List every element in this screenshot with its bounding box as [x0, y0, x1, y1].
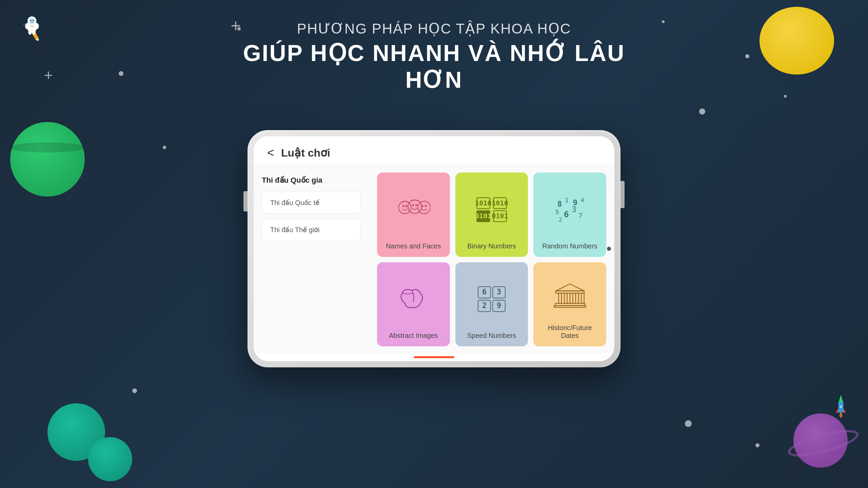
main-layout: Thi đấu Quốc gia Thi đấu Quốc tế Thi đấu… — [254, 166, 614, 353]
sidebar-section-title: Thi đấu Quốc gia — [262, 176, 361, 185]
svg-point-28 — [418, 201, 431, 214]
svg-point-29 — [421, 205, 423, 207]
svg-rect-59 — [564, 293, 567, 303]
svg-marker-18 — [836, 408, 839, 413]
names-faces-icon — [384, 179, 443, 240]
dot-decoration — [132, 388, 137, 393]
svg-rect-58 — [558, 293, 561, 303]
svg-point-27 — [416, 204, 418, 206]
svg-point-7 — [29, 18, 35, 24]
svg-text:7: 7 — [578, 211, 583, 220]
dot-decoration — [699, 108, 705, 115]
svg-point-8 — [30, 20, 31, 21]
svg-text:1010: 1010 — [492, 199, 508, 207]
svg-text:6: 6 — [482, 287, 487, 296]
svg-point-26 — [412, 204, 414, 206]
planet-teal2 — [88, 437, 132, 481]
svg-text:2: 2 — [558, 217, 562, 223]
svg-rect-61 — [575, 293, 578, 303]
planet-green — [10, 122, 85, 197]
svg-point-11 — [35, 23, 39, 29]
svg-point-12 — [28, 29, 32, 35]
svg-point-23 — [402, 205, 405, 207]
dot-decoration — [685, 420, 692, 427]
topbar-title: Luật chơi — [281, 146, 330, 159]
svg-text:8: 8 — [557, 199, 562, 208]
svg-rect-14 — [30, 25, 34, 27]
dot-decoration — [745, 54, 749, 58]
card-random-numbers[interactable]: 8 1 9 4 5 6 3 2 7 — [533, 172, 606, 257]
svg-text:1010: 1010 — [475, 199, 491, 207]
screen-content: < Luật chơi Thi đấu Quốc gia Thi đấu Quố… — [254, 136, 614, 361]
svg-point-24 — [406, 205, 408, 207]
topbar: < Luật chơi — [254, 136, 614, 166]
phone-mockup: < Luật chơi Thi đấu Quốc gia Thi đấu Quố… — [248, 130, 620, 367]
header-section: PHƯƠNG PHÁP HỌC TẬP KHOA HỌC GIÚP HỌC NH… — [217, 20, 651, 93]
card-speed-numbers-label: Speed Numbers — [467, 332, 516, 340]
dot-decoration — [662, 20, 665, 23]
sidebar-item-quocte[interactable]: Thi đấu Quốc tế — [262, 191, 361, 214]
card-speed-numbers[interactable]: 6 3 2 9 Speed Numbers — [455, 262, 528, 347]
card-abstract-images[interactable]: Abstract Images — [377, 262, 450, 347]
rocket-decoration — [824, 393, 851, 447]
planet-yellow — [760, 7, 834, 75]
svg-text:+: + — [23, 23, 25, 26]
svg-text:9: 9 — [497, 301, 501, 310]
card-random-numbers-label: Random Numbers — [542, 242, 597, 250]
dot-decoration — [755, 443, 760, 447]
phone-outer: < Luật chơi Thi đấu Quốc gia Thi đấu Quố… — [248, 130, 620, 367]
svg-text:3: 3 — [497, 287, 501, 296]
historic-dates-icon — [540, 269, 599, 322]
back-button[interactable]: < — [267, 146, 274, 160]
card-binary-numbers-label: Binary Numbers — [467, 242, 516, 250]
svg-text:2: 2 — [482, 301, 487, 310]
card-names-faces[interactable]: Names and Faces — [377, 172, 450, 257]
svg-marker-16 — [839, 395, 844, 403]
card-abstract-images-label: Abstract Images — [389, 332, 438, 340]
svg-text:3: 3 — [572, 205, 576, 214]
svg-marker-19 — [844, 408, 846, 413]
svg-text:5: 5 — [555, 208, 559, 216]
binary-numbers-icon: 1010 1010 0101 0101 — [462, 179, 521, 240]
dot-decoration — [119, 71, 123, 76]
sidebar-item-thegioi[interactable]: Thi đấu Thế giới — [262, 219, 361, 241]
speed-numbers-icon: 6 3 2 9 — [462, 269, 521, 329]
random-numbers-icon: 8 1 9 4 5 6 3 2 7 — [540, 179, 599, 240]
phone-camera — [607, 247, 611, 251]
abstract-images-icon — [384, 269, 443, 329]
svg-marker-56 — [556, 284, 584, 291]
svg-point-21 — [840, 413, 842, 418]
sidebar: Thi đấu Quốc gia Thi đấu Quốc tế Thi đấu… — [254, 166, 369, 353]
dot-decoration — [784, 95, 787, 98]
card-historic-dates-label: Historic/Future Dates — [540, 324, 599, 340]
astronaut-decoration: + — [17, 14, 112, 108]
svg-point-30 — [425, 205, 427, 207]
phone-screen: < Luật chơi Thi đấu Quốc gia Thi đấu Quố… — [254, 136, 614, 361]
bottom-bar — [254, 353, 614, 361]
bottom-indicator — [414, 356, 454, 358]
svg-text:6: 6 — [564, 209, 569, 219]
svg-point-9 — [33, 20, 34, 21]
card-grid: Names and Faces 1010 1010 — [369, 166, 614, 353]
svg-rect-60 — [570, 293, 573, 303]
header-subtitle: PHƯƠNG PHÁP HỌC TẬP KHOA HỌC — [217, 20, 651, 37]
svg-text:4: 4 — [580, 197, 584, 203]
svg-text:0101: 0101 — [475, 212, 491, 220]
card-historic-dates[interactable]: Historic/Future Dates — [533, 262, 606, 347]
card-names-faces-label: Names and Faces — [386, 242, 441, 250]
svg-point-10 — [25, 23, 28, 29]
svg-rect-62 — [581, 293, 584, 303]
dot-decoration — [163, 146, 166, 149]
card-binary-numbers[interactable]: 1010 1010 0101 0101 Binary Numbers — [455, 172, 528, 257]
svg-text:1: 1 — [565, 197, 569, 204]
svg-point-13 — [32, 29, 36, 35]
header-title: GIÚP HỌC NHANH VÀ NHỚ LÂU HƠN — [217, 40, 651, 93]
svg-point-20 — [839, 405, 843, 408]
svg-rect-64 — [554, 306, 586, 307]
svg-text:0101: 0101 — [492, 212, 508, 220]
